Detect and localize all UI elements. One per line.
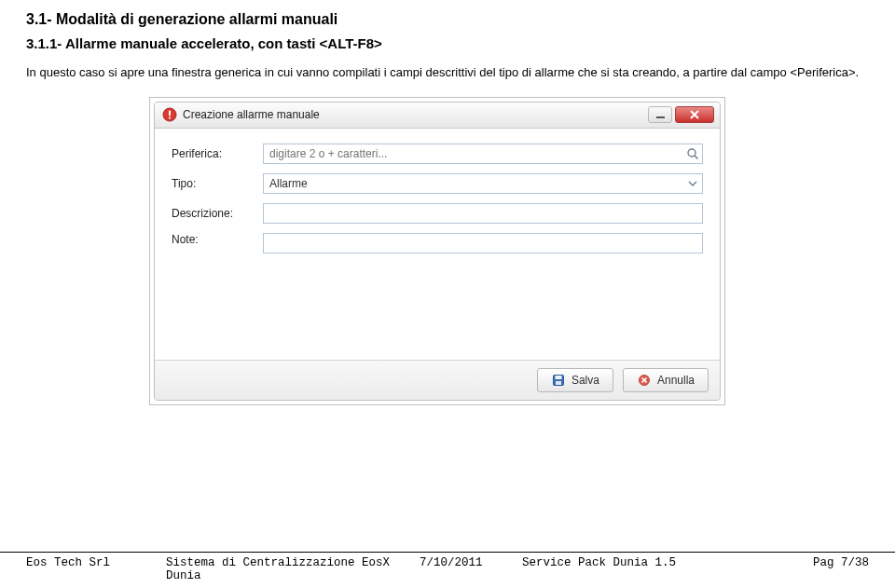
minimize-icon: [656, 116, 665, 118]
cancel-icon: [637, 373, 652, 388]
subsection-heading: 3.1.1- Allarme manuale accelerato, con t…: [26, 35, 869, 51]
cancel-button-label: Annulla: [657, 374, 695, 387]
periferica-input[interactable]: [263, 144, 703, 164]
svg-point-5: [688, 149, 695, 157]
periferica-label: Periferica:: [172, 147, 263, 160]
close-button[interactable]: [675, 106, 714, 123]
descrizione-input[interactable]: [263, 203, 703, 224]
footer-company: Eos Tech Srl: [26, 556, 166, 582]
dialog-body: Periferica: Tipo:: [155, 129, 720, 360]
cancel-button[interactable]: Annulla: [623, 368, 709, 392]
alert-icon: [162, 107, 177, 122]
svg-rect-9: [556, 381, 561, 385]
dialog-screenshot-frame: Creazione allarme manuale Periferica:: [149, 97, 725, 405]
body-spacer: [172, 263, 703, 352]
close-icon: [688, 109, 701, 120]
intro-paragraph: In questo caso si apre una finestra gene…: [26, 64, 869, 82]
dialog-title: Creazione allarme manuale: [183, 108, 645, 121]
footer-system: Sistema di Centralizzazione EosX Dunia: [166, 556, 420, 582]
save-button[interactable]: Salva: [537, 368, 613, 392]
note-label: Note:: [172, 233, 263, 246]
svg-rect-1: [169, 111, 171, 116]
tipo-select[interactable]: [263, 173, 703, 194]
save-button-label: Salva: [571, 374, 599, 387]
page-footer: Eos Tech Srl Sistema di Centralizzazione…: [0, 552, 895, 582]
dialog-titlebar: Creazione allarme manuale: [155, 103, 720, 129]
svg-line-6: [695, 156, 698, 159]
search-icon[interactable]: [685, 146, 700, 161]
dialog-button-bar: Salva Annulla: [155, 360, 720, 400]
minimize-button[interactable]: [648, 106, 672, 123]
dialog-window: Creazione allarme manuale Periferica:: [154, 102, 721, 401]
svg-point-2: [169, 117, 171, 119]
tipo-label: Tipo:: [172, 177, 263, 190]
section-heading: 3.1- Modalità di generazione allarmi man…: [26, 11, 869, 28]
footer-date: 7/10/2011: [420, 556, 522, 582]
note-input[interactable]: [263, 233, 703, 253]
descrizione-label: Descrizione:: [172, 207, 263, 220]
chevron-down-icon[interactable]: [685, 176, 700, 191]
footer-page: Pag 7/38: [776, 556, 869, 582]
save-icon: [551, 373, 566, 388]
footer-pack: Service Pack Dunia 1.5: [522, 556, 776, 582]
svg-rect-8: [555, 376, 561, 379]
